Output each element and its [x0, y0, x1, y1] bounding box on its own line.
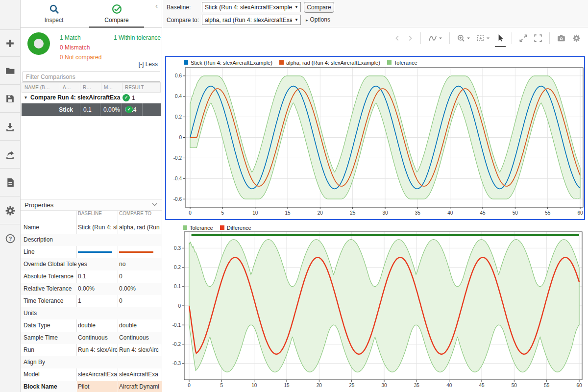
help-icon: ?: [5, 233, 16, 244]
property-row: Data Typedoubledouble: [21, 319, 162, 332]
pointer-button[interactable]: [494, 30, 507, 46]
tab-compare[interactable]: Compare: [87, 0, 146, 28]
filter-input[interactable]: [23, 72, 160, 82]
difference-plot[interactable]: 0.30.20.10-0.1-0.2-0.3051015202530354045…: [165, 222, 585, 392]
add-button[interactable]: [0, 29, 20, 57]
property-baseline-value[interactable]: Continuous: [78, 334, 118, 341]
property-baseline-value[interactable]: slexAircraftExa: [78, 371, 118, 378]
fit-view-button[interactable]: [474, 30, 492, 46]
export-button[interactable]: [0, 141, 20, 169]
comparison-plot[interactable]: 0.60.40.20-0.2-0.4-0.6051015202530354045…: [166, 57, 584, 219]
property-label: Time Tolerance: [24, 297, 76, 304]
property-label: Model: [24, 371, 76, 378]
property-label: Block Name: [24, 383, 76, 390]
tab-compare-label: Compare: [104, 17, 128, 24]
comparison-chart-legend: Stick (Run 4: slexAircraftExample)alpha,…: [184, 59, 417, 66]
fullscreen-button[interactable]: [532, 30, 544, 46]
chevron-left-icon: [394, 35, 401, 42]
report-button[interactable]: [0, 169, 20, 196]
property-row: Override Global Toleyesno: [21, 258, 162, 270]
signal-rel-tol: 0.00%: [100, 103, 122, 116]
property-compare-value[interactable]: double: [119, 322, 162, 329]
chevron-right-icon: [407, 35, 414, 42]
preferences-button[interactable]: [0, 197, 20, 224]
import-icon: [5, 122, 15, 132]
comparison-table: NAME (B… A… R… M… RESULT ▾ Compare Run 4…: [22, 82, 161, 116]
chevron-down-icon[interactable]: [152, 203, 157, 206]
signal-cursor-button[interactable]: [426, 30, 444, 46]
tab-inspect-label: Inspect: [45, 17, 64, 24]
comparison-group-row[interactable]: ▾ Compare Run 4: slexAircraftExa ✓ 1: [22, 93, 161, 103]
history-forward-button[interactable]: [405, 30, 416, 46]
snapshot-button[interactable]: [555, 30, 568, 46]
baseline-line-swatch[interactable]: [78, 251, 112, 253]
property-baseline-value[interactable]: double: [78, 322, 118, 329]
gear-icon: [5, 205, 16, 216]
svg-text:55: 55: [544, 383, 550, 388]
toolbar-divider: [549, 32, 550, 44]
svg-text:60: 60: [577, 210, 583, 216]
property-baseline-value[interactable]: Pilot: [78, 383, 118, 390]
svg-text:40: 40: [446, 383, 452, 388]
compare-button[interactable]: Compare: [304, 2, 334, 13]
svg-text:15: 15: [284, 383, 290, 388]
property-compare-value[interactable]: Run 4: slexAirc: [119, 346, 162, 353]
options-toggle[interactable]: ▸Options: [306, 16, 330, 23]
svg-text:?: ?: [8, 236, 12, 242]
property-label: Data Type: [24, 322, 76, 329]
tab-inspect[interactable]: Inspect: [24, 0, 83, 28]
open-button[interactable]: [0, 57, 20, 85]
report-icon: [5, 177, 15, 188]
property-baseline-value[interactable]: 1: [78, 297, 118, 304]
plus-icon: [5, 38, 15, 49]
col-abs: A…: [60, 83, 80, 93]
save-button[interactable]: [0, 85, 20, 113]
svg-text:0.2: 0.2: [174, 265, 181, 270]
svg-text:0: 0: [188, 383, 191, 388]
property-compare-value[interactable]: 0: [119, 273, 162, 280]
comparison-summary: 1 Match 0 Mismatch 0 Not compared 1 With…: [21, 28, 162, 72]
svg-text:60: 60: [576, 383, 582, 388]
svg-text:0.2: 0.2: [175, 114, 182, 120]
collapse-panel-button[interactable]: ‹: [155, 2, 158, 9]
property-compare-value[interactable]: 0: [119, 297, 162, 304]
property-compare-value[interactable]: slexAircraftExa: [119, 371, 162, 378]
compare-to-select[interactable]: alpha, rad (Run 4: slexAircraftExa ▼: [202, 15, 301, 25]
property-compare-value[interactable]: Continuous: [119, 334, 162, 341]
legend-item: Tolerance: [387, 60, 417, 66]
comparison-signal-row[interactable]: Stick 0.1 0.00% 0.24 ✓: [22, 103, 161, 116]
history-back-button[interactable]: [392, 30, 403, 46]
expand-button[interactable]: [517, 30, 530, 46]
property-row: NameStick (Run 4: slalpha, rad (Run: [21, 221, 162, 234]
check-circle-icon: [111, 3, 122, 15]
save-icon: [5, 94, 15, 104]
less-link[interactable]: [-] Less: [139, 61, 158, 68]
svg-text:25: 25: [350, 210, 356, 216]
property-baseline-value[interactable]: 0.1: [78, 273, 118, 280]
property-label: Override Global Tole: [24, 261, 76, 268]
import-button[interactable]: [0, 113, 20, 141]
expander-icon[interactable]: ▾: [24, 95, 27, 100]
property-baseline-value[interactable]: Run 4: slexAirc: [78, 346, 118, 353]
legend-swatch-icon: [387, 60, 392, 65]
app-toolbar: ?: [0, 0, 21, 392]
property-baseline-value[interactable]: yes: [78, 261, 118, 268]
baseline-select[interactable]: Stick (Run 4: slexAircraftExample) ▼: [202, 2, 301, 12]
property-baseline-value[interactable]: 0.00%: [78, 285, 118, 292]
property-label: Description: [24, 236, 76, 243]
comparison-table-header: NAME (B… A… R… M… RESULT: [22, 82, 161, 93]
zoom-button[interactable]: [455, 30, 472, 46]
property-compare-value[interactable]: no: [119, 261, 162, 268]
help-button[interactable]: ?: [0, 225, 20, 252]
plot-settings-button[interactable]: [570, 30, 583, 46]
property-compare-value[interactable]: alpha, rad (Run: [119, 224, 162, 231]
difference-chart-card: ToleranceDifference 0.30.20.10-0.1-0.2-0…: [165, 222, 585, 392]
svg-text:0.1: 0.1: [174, 284, 181, 289]
property-label: Name: [24, 224, 76, 231]
legend-label: Tolerance: [190, 225, 213, 231]
difference-chart-legend: ToleranceDifference: [183, 224, 251, 231]
property-baseline-value[interactable]: Stick (Run 4: sl: [78, 224, 118, 231]
compare-line-swatch[interactable]: [119, 251, 153, 253]
property-compare-value[interactable]: 0.00%: [119, 285, 162, 292]
property-compare-value[interactable]: Aircraft Dynami: [119, 383, 162, 390]
